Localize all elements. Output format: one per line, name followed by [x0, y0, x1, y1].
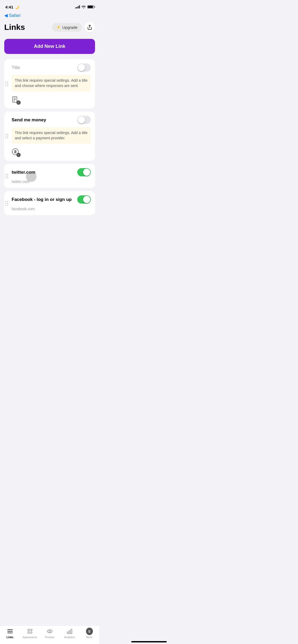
drag-handle-money[interactable] [5, 134, 8, 139]
share-icon [87, 25, 92, 30]
drag-handle-twitter[interactable] [5, 174, 8, 178]
status-icons [75, 5, 94, 8]
link-toggle-title[interactable] [77, 63, 91, 72]
safari-back-label: Safari [9, 13, 20, 18]
link-card-title-twitter: twitter.com [12, 170, 35, 175]
upgrade-button[interactable]: ⚡ Upgrade [52, 23, 82, 32]
moon-icon: 🌙 [15, 5, 19, 9]
document-icon-container: ✓ [12, 96, 19, 104]
check-badge-money: ✓ [16, 153, 21, 157]
status-bar: 4:41 🌙 [0, 0, 99, 12]
link-card-send-money: Send me money This link requires special… [4, 112, 95, 161]
drag-handle[interactable] [5, 81, 8, 86]
link-url-twitter: twitter.com [12, 180, 91, 184]
bolt-icon: ⚡ [56, 25, 61, 29]
battery-icon [87, 5, 94, 8]
link-url-facebook: facebook.com [12, 207, 91, 211]
upgrade-label: Upgrade [62, 25, 78, 30]
link-toggle-facebook[interactable] [77, 195, 91, 204]
link-toggle-twitter[interactable] [77, 168, 91, 176]
warning-box-money: This link requires special settings. Add… [12, 127, 91, 144]
link-card-header: Title [12, 63, 91, 72]
content-area: Title This link requires special setting… [0, 59, 99, 245]
link-card-header-twitter: twitter.com [12, 168, 91, 176]
status-time: 4:41 [5, 5, 13, 9]
safari-back-nav[interactable]: ◀ Safari [0, 12, 99, 20]
link-card-title-text: Title [12, 65, 20, 70]
warning-box-title: This link requires special settings. Add… [12, 75, 91, 91]
link-card-header-money: Send me money [12, 116, 91, 124]
header-actions: ⚡ Upgrade [52, 22, 95, 33]
check-badge: ✓ [16, 100, 21, 105]
share-button[interactable] [84, 22, 95, 33]
back-arrow-icon: ◀ [4, 13, 8, 18]
link-card-facebook: Facebook - log in or sign up facebook.co… [4, 191, 95, 215]
page-title: Links [4, 23, 25, 32]
link-card-title-money: Send me money [12, 117, 46, 123]
page-header: Links ⚡ Upgrade [0, 20, 99, 37]
link-card-twitter: twitter.com twitter.com [4, 164, 95, 188]
add-new-link-button[interactable]: Add New Link [4, 39, 95, 54]
dollar-icon-container: ✓ [12, 148, 19, 157]
drag-handle-facebook[interactable] [5, 201, 8, 206]
signal-icon [75, 5, 80, 8]
link-card-title: Title This link requires special setting… [4, 59, 95, 108]
link-toggle-money[interactable] [77, 116, 91, 124]
link-card-title-facebook: Facebook - log in or sign up [12, 197, 72, 202]
wifi-icon [82, 5, 86, 8]
link-card-header-facebook: Facebook - log in or sign up [12, 195, 91, 204]
